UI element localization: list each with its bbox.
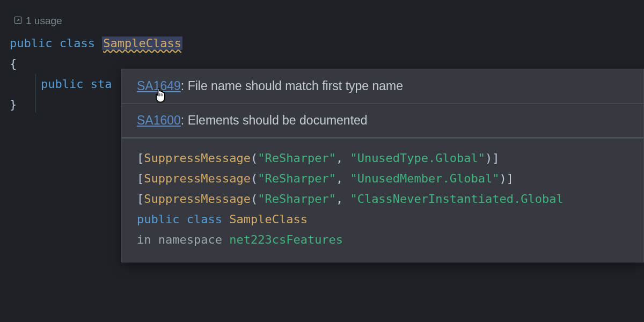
code-line-decl: public class SampleClass xyxy=(10,33,634,54)
class-name-token[interactable]: SampleClass xyxy=(102,36,182,50)
usages-arrow-icon xyxy=(14,15,22,27)
inspection-issue[interactable]: SA1600: Elements should be documented xyxy=(122,103,643,137)
issue-desc: : Elements should be documented xyxy=(181,113,368,127)
usages-count-label: 1 usage xyxy=(26,15,62,27)
code-line-member: public sta xyxy=(10,74,112,94)
code-line-brace-close: } xyxy=(10,94,112,115)
issue-code-link[interactable]: SA1649 xyxy=(137,79,181,93)
issue-code-link[interactable]: SA1600 xyxy=(137,113,181,127)
inspection-issue[interactable]: SA1649: File name should match first typ… xyxy=(122,69,643,103)
code-line-brace-open: { xyxy=(10,54,112,74)
issue-desc: : File name should match first type name xyxy=(181,79,403,93)
indent-guide xyxy=(35,74,36,113)
usages-hint[interactable]: 1 usage xyxy=(14,15,634,27)
inspection-tooltip: SA1649: File name should match first typ… xyxy=(121,69,644,262)
inspection-preview: [SuppressMessage("ReSharper", "UnusedTyp… xyxy=(122,138,643,262)
